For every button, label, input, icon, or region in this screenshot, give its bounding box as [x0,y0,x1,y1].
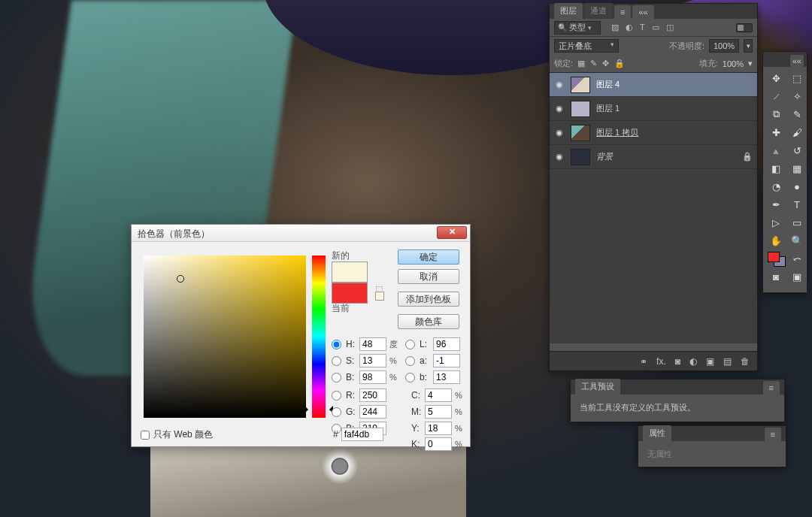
c-input[interactable] [425,389,452,402]
path-tool-icon[interactable]: ▷ [766,214,786,231]
layer-thumbnail[interactable] [571,77,590,93]
add-to-swatches-button[interactable]: 添加到色板 [398,292,459,307]
radio-a[interactable] [405,356,415,366]
g-input[interactable] [359,405,386,419]
delete-icon[interactable]: 🗑 [741,356,750,367]
k-input[interactable] [425,437,452,451]
gradient-tool-icon[interactable]: ▦ [787,160,807,177]
dodge-tool-icon[interactable]: ● [787,178,807,195]
visibility-icon[interactable] [554,80,565,89]
blab-input[interactable] [433,370,460,384]
websafe-swatch[interactable] [375,292,384,301]
panel-menu-icon[interactable]: ≡ [763,381,780,395]
layer-row[interactable]: 背景 [550,145,757,169]
web-only-checkbox[interactable] [141,431,150,440]
s-input[interactable] [359,354,386,367]
hue-slider-thumb[interactable] [308,406,330,413]
layer-name[interactable]: 图层 1 [596,103,620,114]
collapse-panel-icon[interactable]: «« [790,55,804,67]
l-input[interactable] [433,337,460,351]
radio-g[interactable] [332,407,341,417]
opacity-stepper[interactable]: ▾ [744,39,753,53]
layer-name[interactable]: 背景 [596,151,613,162]
r-input[interactable] [359,389,386,402]
tab-tool-presets[interactable]: 工具预设 [575,379,620,395]
swap-colors-icon[interactable]: ⤺ [787,250,807,267]
filter-toggle[interactable] [736,23,753,32]
h-input[interactable] [359,337,386,351]
group-icon[interactable]: ▣ [706,356,714,367]
visibility-icon[interactable] [554,104,565,113]
layer-row[interactable]: 图层 1 [550,97,757,121]
layer-name[interactable]: 图层 4 [596,79,620,90]
heal-tool-icon[interactable]: ✚ [766,124,786,141]
radio-l[interactable] [405,340,415,349]
panel-menu-icon[interactable]: ≡ [614,5,631,19]
zoom-tool-icon[interactable]: 🔍 [787,232,807,249]
hand-tool-icon[interactable]: ✋ [766,232,786,249]
layer-row[interactable]: 图层 1 拷贝 [550,121,757,145]
filter-smart-icon[interactable]: ◫ [666,23,674,32]
shape-tool-icon[interactable]: ▭ [787,214,807,231]
crop-tool-icon[interactable]: ⧉ [766,106,786,122]
ok-button[interactable]: 确定 [398,249,459,265]
lock-pixels-icon[interactable]: ✎ [590,59,597,68]
close-button[interactable] [437,226,467,239]
bhsb-input[interactable] [359,370,386,384]
a-input[interactable] [433,354,460,367]
foreground-color-swatch[interactable] [768,252,780,262]
color-libraries-button[interactable]: 颜色库 [398,314,459,329]
layer-name[interactable]: 图层 1 拷贝 [596,127,638,138]
saturation-value-field[interactable] [144,255,306,418]
radio-s[interactable] [332,356,341,366]
foreground-background-swatch[interactable] [766,250,786,267]
history-brush-icon[interactable]: ↺ [787,142,807,159]
opacity-value[interactable]: 100% [709,39,739,53]
color-picker-titlebar[interactable]: 拾色器（前景色） [132,225,470,242]
fx-icon[interactable]: fx. [656,356,666,367]
layer-thumbnail[interactable] [571,149,590,165]
filter-pixel-icon[interactable]: ▧ [611,23,619,32]
hue-slider[interactable] [312,255,326,418]
tab-layers[interactable]: 图层 [554,3,583,19]
layer-row[interactable]: 图层 4 [550,73,757,97]
wand-tool-icon[interactable]: ✧ [787,88,807,104]
lock-trans-icon[interactable]: ▦ [577,59,585,68]
new-layer-icon[interactable]: ▤ [723,356,732,367]
radio-b-lab[interactable] [405,373,415,382]
filter-adjust-icon[interactable]: ◐ [626,23,633,32]
pen-tool-icon[interactable]: ✒ [766,196,786,213]
layer-thumbnail[interactable] [571,101,590,117]
link-layers-icon[interactable]: ⚭ [640,356,647,367]
collapse-panel-icon[interactable]: «« [632,5,653,19]
layer-thumbnail[interactable] [571,125,590,141]
quickmask-icon[interactable]: ◙ [766,268,786,285]
lock-all-icon[interactable]: 🔒 [614,59,625,68]
visibility-icon[interactable] [554,128,565,138]
stamp-tool-icon[interactable]: ⟁ [766,142,786,159]
fill-value[interactable]: 100% [723,59,744,68]
marquee-tool-icon[interactable]: ⬚ [787,70,807,86]
y-input[interactable] [425,422,452,435]
lasso-tool-icon[interactable]: ⟋ [766,88,786,104]
tab-channels[interactable]: 通道 [584,3,613,19]
fill-stepper[interactable]: ▾ [748,59,753,68]
m-input[interactable] [425,405,452,419]
radio-r[interactable] [332,391,341,401]
brush-tool-icon[interactable]: 🖌 [787,124,807,141]
filter-shape-icon[interactable]: ▭ [652,23,659,32]
type-tool-icon[interactable]: T [787,196,807,213]
adjust-icon[interactable]: ◐ [689,356,697,367]
radio-b-hsb[interactable] [332,373,341,382]
layer-filter-kind[interactable]: 类型 [554,21,601,35]
screenmode-icon[interactable]: ▣ [787,268,807,285]
visibility-icon[interactable] [554,152,565,162]
blur-tool-icon[interactable]: ◔ [766,178,786,195]
lock-pos-icon[interactable]: ✥ [602,59,609,68]
current-color-swatch[interactable] [332,283,368,304]
sv-cursor[interactable] [177,275,184,283]
hex-input[interactable] [341,428,383,441]
cancel-button[interactable]: 取消 [398,269,459,284]
eyedropper-tool-icon[interactable]: ✎ [787,106,807,122]
mask-icon[interactable]: ◙ [675,356,680,367]
